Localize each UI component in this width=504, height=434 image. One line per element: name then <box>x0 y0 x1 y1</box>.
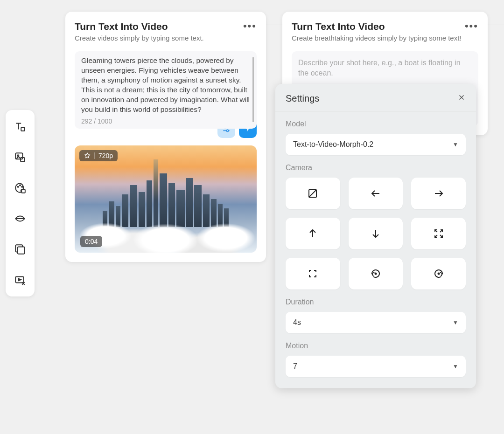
camera-label: Camera <box>286 164 466 172</box>
duration-label: Duration <box>286 298 466 306</box>
settings-panel: Settings Model Text-to-Video-Morph-0.2 ▼… <box>275 84 476 388</box>
close-icon <box>457 93 466 102</box>
svg-point-5 <box>20 185 21 186</box>
rotate-ccw-icon <box>370 268 381 279</box>
prompt-placeholder-text: Describe your shot here, e.g., a boat is… <box>298 59 461 77</box>
model-value: Text-to-Video-Morph-0.2 <box>293 140 373 149</box>
card-title: Turn Text Into Video <box>75 21 204 32</box>
arrow-left-icon <box>370 188 381 199</box>
camera-zoom-out-button[interactable] <box>286 258 340 289</box>
model-label: Model <box>286 120 466 128</box>
camera-rotate-cw-button[interactable] <box>411 258 466 289</box>
layers-tool[interactable] <box>13 242 27 256</box>
star-icon <box>84 152 91 159</box>
card-header: Turn Text Into Video Create videos simpl… <box>75 21 257 42</box>
card-title: Turn Text Into Video <box>292 21 462 32</box>
duration-value: 4s <box>293 318 301 327</box>
camera-down-button[interactable] <box>349 218 403 249</box>
chevron-down-icon: ▼ <box>453 319 458 326</box>
camera-up-button[interactable] <box>286 218 340 249</box>
none-icon <box>307 188 318 199</box>
svg-point-13 <box>226 130 228 131</box>
clouds-graphic <box>75 211 257 253</box>
svg-rect-8 <box>18 247 25 254</box>
settings-title: Settings <box>286 93 319 104</box>
zoom-out-icon <box>307 268 318 279</box>
video-cut-tool[interactable] <box>13 273 27 287</box>
svg-line-15 <box>309 190 316 197</box>
image-tool[interactable] <box>13 150 27 164</box>
tool-sidebar <box>6 110 35 296</box>
palette-tool[interactable] <box>13 181 27 195</box>
more-menu-button[interactable]: ••• <box>465 21 478 31</box>
card-subtitle: Create breathtaking videos simply by typ… <box>292 34 462 42</box>
lips-tool[interactable] <box>13 212 27 226</box>
camera-none-button[interactable] <box>286 178 340 209</box>
motion-select[interactable]: 7 ▼ <box>286 356 466 377</box>
camera-grid <box>286 178 466 289</box>
model-select[interactable]: Text-to-Video-Morph-0.2 ▼ <box>286 134 466 155</box>
settings-body: Model Text-to-Video-Morph-0.2 ▼ Camera <box>275 111 476 388</box>
resolution-label: 720p <box>98 152 113 159</box>
settings-header: Settings <box>275 84 476 111</box>
prompt-text: Gleaming towers pierce the clouds, power… <box>81 56 250 115</box>
motion-label: Motion <box>286 342 466 350</box>
svg-point-6 <box>21 186 22 187</box>
resolution-badge[interactable]: 720p <box>79 150 118 161</box>
arrow-right-icon <box>433 188 444 199</box>
text-tool[interactable] <box>13 119 27 133</box>
camera-left-button[interactable] <box>349 178 403 209</box>
video-preview[interactable]: 720p 0:04 <box>75 145 257 253</box>
svg-point-25 <box>438 273 439 275</box>
svg-rect-7 <box>21 189 25 193</box>
chevron-down-icon: ▼ <box>453 141 458 148</box>
character-count: 292 / 1000 <box>81 117 250 125</box>
text-to-video-card-left: Turn Text Into Video Create videos simpl… <box>65 12 266 262</box>
close-button[interactable] <box>457 92 466 104</box>
zoom-in-icon <box>433 228 444 239</box>
duration-badge: 0:04 <box>80 236 102 247</box>
duration-select[interactable]: 4s ▼ <box>286 312 466 333</box>
camera-zoom-in-button[interactable] <box>411 218 466 249</box>
arrow-down-icon <box>370 228 381 239</box>
svg-point-4 <box>18 186 19 187</box>
camera-right-button[interactable] <box>411 178 466 209</box>
svg-point-24 <box>375 273 376 275</box>
rotate-cw-icon <box>433 268 444 279</box>
card-subtitle: Create videos simply by typing some text… <box>75 34 204 42</box>
motion-value: 7 <box>293 362 297 371</box>
more-menu-button[interactable]: ••• <box>243 21 257 31</box>
scrollbar[interactable] <box>252 57 254 122</box>
prompt-input-box[interactable]: Gleaming towers pierce the clouds, power… <box>75 51 257 129</box>
card-header: Turn Text Into Video Create breathtaking… <box>292 21 478 42</box>
camera-rotate-ccw-button[interactable] <box>349 258 403 289</box>
svg-rect-0 <box>21 127 25 131</box>
arrow-up-icon <box>307 228 318 239</box>
chevron-down-icon: ▼ <box>453 363 458 370</box>
